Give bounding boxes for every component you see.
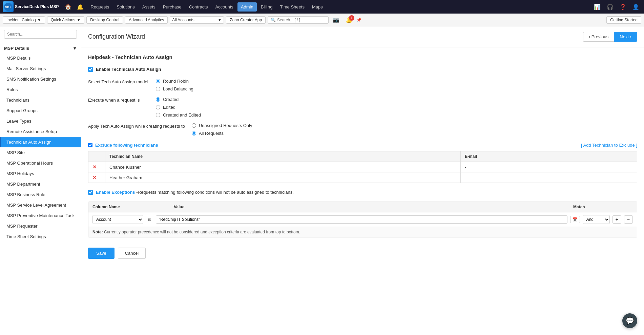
profile-button[interactable]: 👤 (630, 2, 641, 12)
section-label: MSP Details (4, 46, 29, 51)
zoho-creator-btn[interactable]: Zoho Creator App (226, 16, 266, 24)
exc-column-select[interactable]: Account (92, 215, 143, 224)
chart-button[interactable]: 📊 (592, 2, 603, 12)
load-balancing-radio[interactable] (156, 87, 160, 91)
chat-widget[interactable]: 💬 (622, 313, 637, 328)
nav-solutions[interactable]: Solutions (113, 2, 138, 12)
help-button[interactable]: ❓ (618, 2, 628, 12)
exc-match-select[interactable]: And Or (583, 215, 610, 224)
nav-assets[interactable]: Assets (139, 2, 159, 12)
sidebar-item-leave-types[interactable]: Leave Types (0, 116, 81, 126)
round-robin-label[interactable]: Round Robin (163, 79, 189, 84)
all-requests-radio[interactable] (192, 131, 196, 135)
getting-started-btn[interactable]: Getting Started (606, 16, 641, 24)
sidebar-item-msp-pmt[interactable]: MSP Preventive Maintenance Task (0, 210, 81, 221)
nav-contracts[interactable]: Contracts (186, 2, 211, 12)
remove-btn-2[interactable]: ✕ (92, 175, 97, 180)
load-balancing-option: Load Balancing (156, 86, 193, 91)
nav-maps[interactable]: Maps (309, 2, 326, 12)
nav-admin[interactable]: Admin (237, 2, 257, 12)
exc-match-header: Match (569, 202, 637, 212)
nav-accounts[interactable]: Accounts (212, 2, 236, 12)
created-label[interactable]: Created (163, 97, 179, 102)
exclude-technicians-checkbox[interactable] (88, 143, 92, 147)
content-header: Configuration Wizard ‹ Previous Next › (81, 26, 644, 47)
main-layout: MSP Details ▼ MSP Details Mail Server Se… (0, 26, 644, 335)
tech-name-1: Chance Klusner (105, 162, 461, 172)
edited-option: Edited (156, 105, 201, 110)
enable-auto-assign-label[interactable]: Enable Technician Auto Assign (96, 67, 161, 72)
sidebar-item-msp-department[interactable]: MSP Department (0, 179, 81, 189)
cancel-button[interactable]: Cancel (118, 248, 146, 259)
edited-radio[interactable] (156, 105, 160, 109)
sidebar-item-msp-details[interactable]: MSP Details (0, 53, 81, 63)
sidebar-item-msp-site[interactable]: MSP Site (0, 147, 81, 158)
execute-row: Execute when a request is Created Edited… (88, 97, 637, 118)
previous-button[interactable]: ‹ Previous (583, 32, 614, 42)
enable-auto-assign-checkbox[interactable] (88, 67, 93, 72)
sidebar-item-tech-auto-assign[interactable]: Technician Auto Assign (0, 137, 81, 147)
sidebar-item-msp-holidays[interactable]: MSP Holidays (0, 168, 81, 179)
load-balancing-label[interactable]: Load Balancing (163, 86, 193, 91)
exclude-technicians-label[interactable]: Exclude following technicians (95, 143, 158, 148)
exc-value-input[interactable] (156, 215, 567, 224)
screenshot-btn[interactable]: 📷 (331, 15, 341, 24)
created-and-edited-radio[interactable] (156, 113, 160, 117)
exceptions-label[interactable]: Enable Exceptions -Requests matching fol… (96, 190, 294, 195)
next-button[interactable]: Next › (614, 32, 637, 42)
created-radio[interactable] (156, 97, 160, 102)
top-navigation: SD+ ServiceDesk Plus MSP 🏠 🔔 Requests So… (0, 0, 644, 14)
remove-btn-1[interactable]: ✕ (92, 164, 97, 170)
created-and-edited-label[interactable]: Created and Edited (163, 112, 201, 118)
nav-timesheets[interactable]: Time Sheets (276, 2, 308, 12)
all-accounts-select[interactable]: All Accounts ▼ (170, 16, 224, 24)
chevron-down-icon-3: ▼ (217, 18, 222, 22)
sidebar-item-technicians[interactable]: Technicians (0, 95, 81, 105)
incident-catalog-label: Incident Catalog (6, 18, 36, 22)
home-button[interactable]: 🏠 (63, 2, 74, 12)
sidebar-item-support-groups[interactable]: Support Groups (0, 105, 81, 116)
sidebar-item-msp-sla[interactable]: MSP Service Level Agreement (0, 200, 81, 210)
brand-logo-area: SD+ ServiceDesk Plus MSP (3, 1, 59, 12)
sidebar-item-roles[interactable]: Roles (0, 84, 81, 95)
sidebar-item-remote-assistance[interactable]: Remote Assistance Setup (0, 126, 81, 137)
exc-remove-condition-btn[interactable]: − (624, 215, 633, 224)
sidebar-search-input[interactable] (4, 30, 77, 39)
sidebar-item-msp-requester[interactable]: MSP Requester (0, 221, 81, 231)
bell-btn[interactable]: 🔔 1 (344, 15, 354, 24)
round-robin-radio[interactable] (156, 79, 160, 83)
nav-requests[interactable]: Requests (87, 2, 112, 12)
notifications-button[interactable]: 🔔 (75, 2, 86, 12)
exc-calendar-btn[interactable]: 📅 (570, 216, 580, 223)
headphone-button[interactable]: 🎧 (605, 2, 616, 12)
round-robin-option: Round Robin (156, 79, 193, 84)
nav-purchase[interactable]: Purchase (160, 2, 185, 12)
advanced-analytics-btn[interactable]: Advanced Analytics (125, 16, 168, 24)
add-technician-link[interactable]: [ Add Technician to Exclude ] (581, 143, 637, 148)
sidebar-item-msp-business-rule[interactable]: MSP Business Rule (0, 189, 81, 200)
page-title: Configuration Wizard (88, 33, 145, 40)
desktop-central-btn[interactable]: Desktop Central (86, 16, 123, 24)
incident-catalog-btn[interactable]: Incident Catalog ▼ (3, 16, 45, 24)
exc-add-condition-btn[interactable]: + (612, 215, 621, 224)
enable-exceptions-checkbox[interactable] (88, 190, 93, 195)
all-requests-label[interactable]: All Requests (199, 131, 224, 136)
sidebar-item-time-sheet[interactable]: Time Sheet Settings (0, 231, 81, 242)
nav-billing[interactable]: Billing (257, 2, 276, 12)
tech-email-1: - (460, 162, 637, 172)
unassigned-radio[interactable] (192, 123, 196, 128)
chevron-down-icon-2: ▼ (77, 18, 81, 22)
save-button[interactable]: Save (88, 248, 115, 259)
exceptions-checkbox-row: Enable Exceptions -Requests matching fol… (88, 190, 637, 195)
search-input[interactable] (277, 18, 325, 22)
search-bar: 🔍 (268, 16, 329, 24)
unassigned-label[interactable]: Unassigned Requests Only (199, 123, 252, 128)
all-accounts-label: All Accounts (172, 18, 194, 22)
sidebar-item-mail-server[interactable]: Mail Server Settings (0, 63, 81, 74)
sidebar-section-msp-details[interactable]: MSP Details ▼ (0, 42, 81, 53)
sidebar-item-msp-operational-hours[interactable]: MSP Operational Hours (0, 158, 81, 168)
edited-label[interactable]: Edited (163, 105, 175, 110)
getting-started-label: Getting Started (610, 18, 638, 22)
sidebar-item-sms[interactable]: SMS Notification Settings (0, 74, 81, 84)
quick-actions-btn[interactable]: Quick Actions ▼ (47, 16, 85, 24)
